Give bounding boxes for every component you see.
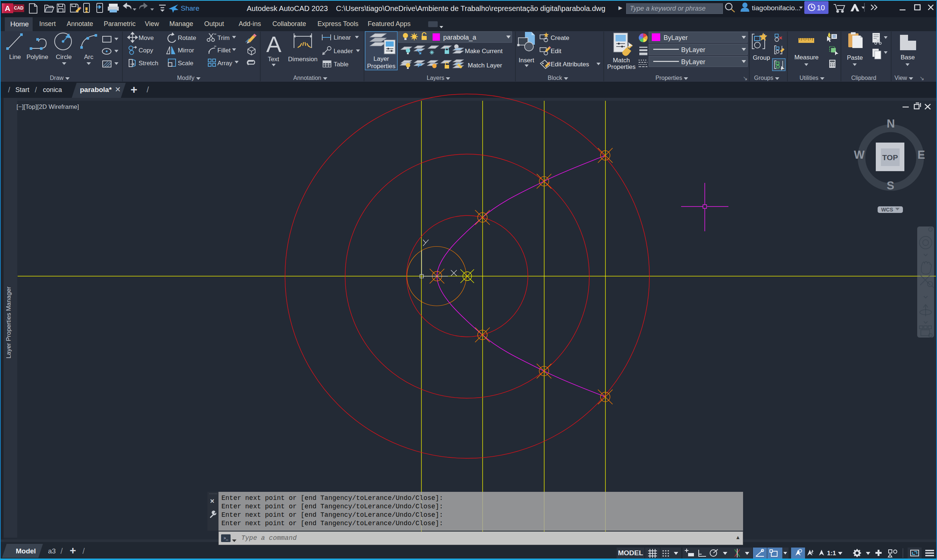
svg-text:Polyline: Polyline bbox=[26, 54, 48, 60]
svg-text:Measure: Measure bbox=[794, 54, 819, 61]
svg-text:Share: Share bbox=[181, 5, 199, 12]
svg-text:MODEL: MODEL bbox=[618, 549, 643, 557]
svg-text:Properties: Properties bbox=[367, 63, 395, 70]
svg-text:Layer: Layer bbox=[374, 55, 389, 62]
svg-text:Insert: Insert bbox=[519, 57, 534, 64]
svg-text:Properties: Properties bbox=[607, 63, 635, 70]
svg-text:Copy: Copy bbox=[138, 47, 153, 54]
svg-text:Stretch: Stretch bbox=[138, 60, 158, 67]
svg-text:Create: Create bbox=[551, 34, 569, 42]
svg-text:Fillet: Fillet bbox=[217, 47, 231, 54]
svg-text:E: E bbox=[918, 148, 925, 161]
svg-text:Group: Group bbox=[752, 54, 770, 61]
svg-text:10: 10 bbox=[817, 4, 825, 12]
svg-text:Arc: Arc bbox=[84, 54, 94, 60]
svg-text:Make Current: Make Current bbox=[465, 48, 503, 55]
svg-text:Match: Match bbox=[613, 57, 630, 64]
svg-text:Match Layer: Match Layer bbox=[468, 62, 502, 69]
svg-text:Linear: Linear bbox=[334, 34, 351, 41]
svg-text:ByLayer: ByLayer bbox=[681, 46, 705, 54]
svg-text:S: S bbox=[887, 179, 894, 192]
svg-text:parabola_a: parabola_a bbox=[443, 34, 477, 42]
svg-text:Move: Move bbox=[138, 34, 154, 42]
svg-text:Mirror: Mirror bbox=[178, 47, 194, 54]
svg-text:Edit Attributes: Edit Attributes bbox=[551, 61, 589, 68]
svg-text:Line: Line bbox=[9, 54, 21, 60]
svg-text:W: W bbox=[854, 148, 865, 161]
svg-text:N: N bbox=[887, 117, 895, 130]
svg-text:Trim: Trim bbox=[217, 34, 229, 42]
svg-text:Table: Table bbox=[334, 61, 349, 68]
svg-text:Scale: Scale bbox=[178, 60, 194, 67]
svg-text:Paste: Paste bbox=[847, 54, 863, 61]
svg-text:Dimension: Dimension bbox=[288, 56, 317, 63]
svg-text:tiagobonifacio...: tiagobonifacio... bbox=[752, 4, 801, 12]
svg-text:1:1: 1:1 bbox=[827, 550, 836, 557]
svg-text:Rotate: Rotate bbox=[178, 34, 196, 42]
svg-text:[−][Top][2D Wireframe]: [−][Top][2D Wireframe] bbox=[17, 103, 79, 110]
svg-text:TOP: TOP bbox=[882, 153, 898, 162]
svg-text:Base: Base bbox=[901, 54, 915, 61]
svg-text:Layer Properties Manager: Layer Properties Manager bbox=[5, 286, 12, 358]
svg-text:ByLayer: ByLayer bbox=[663, 34, 688, 42]
svg-text:Text: Text bbox=[268, 56, 279, 63]
svg-text:Array: Array bbox=[217, 60, 232, 67]
svg-text:ByLayer: ByLayer bbox=[681, 58, 705, 66]
svg-text:Circle: Circle bbox=[56, 54, 71, 60]
svg-text:A: A bbox=[266, 32, 282, 57]
svg-text:WCS: WCS bbox=[881, 207, 893, 212]
svg-text:Leader: Leader bbox=[334, 48, 353, 55]
svg-text:Edit: Edit bbox=[551, 48, 562, 55]
